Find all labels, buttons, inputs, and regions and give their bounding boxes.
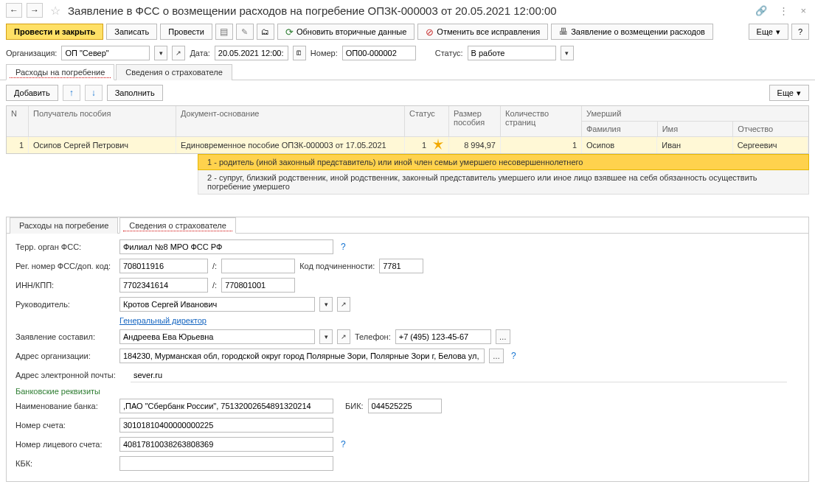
head-position-link[interactable]: Генеральный директор xyxy=(119,316,207,325)
status-value: 1 xyxy=(422,141,426,150)
addr-more-btn[interactable]: … xyxy=(489,349,504,363)
nav-back-button[interactable]: ← xyxy=(6,3,22,18)
num-input[interactable] xyxy=(342,46,416,60)
td-name: Иван xyxy=(657,137,732,153)
td-n: 1 xyxy=(7,137,29,153)
bank-input[interactable] xyxy=(119,399,333,413)
bank-label: Наименование банка: xyxy=(15,402,115,410)
sub-label: Код подчиненности: xyxy=(299,262,375,270)
reg-extra-input[interactable] xyxy=(221,259,295,273)
th-amount: Размер пособия xyxy=(449,106,501,137)
head-open-btn[interactable]: ↗ xyxy=(337,297,350,312)
inn-input[interactable] xyxy=(119,278,208,293)
td-status[interactable]: 1 xyxy=(405,137,449,153)
more-vert-icon[interactable]: ⋮ xyxy=(776,4,791,18)
slash-2: /: xyxy=(212,281,217,290)
attach-icon: ✎ xyxy=(241,27,248,37)
tab-insurer[interactable]: Сведения о страхователе xyxy=(116,64,232,80)
print-claim-label: Заявление о возмещении расходов xyxy=(571,27,705,36)
fill-button[interactable]: Заполнить xyxy=(107,85,163,101)
add-button[interactable]: Добавить xyxy=(6,85,58,101)
move-down-button[interactable]: ↓ xyxy=(85,85,103,101)
star-icon[interactable]: ☆ xyxy=(50,4,60,18)
th-pages: Количество страниц xyxy=(501,106,582,137)
kbk-input[interactable] xyxy=(119,456,333,471)
phone-label: Телефон: xyxy=(355,332,391,341)
help-button[interactable]: ? xyxy=(791,24,809,40)
addr-help-icon[interactable]: ? xyxy=(511,351,516,361)
org-open-btn[interactable]: ↗ xyxy=(172,46,185,60)
reg-input[interactable] xyxy=(119,259,208,273)
kpp-input[interactable] xyxy=(221,278,295,293)
link-icon[interactable]: 🔗 xyxy=(752,4,770,18)
date-label: Дата: xyxy=(190,49,209,57)
pacc-label: Номер лицевого счета: xyxy=(15,440,115,449)
th-patronymic: Отчество xyxy=(733,122,808,137)
dropdown-option-1[interactable]: 1 - родитель (иной законный представител… xyxy=(198,154,809,170)
tab2-expenses[interactable]: Расходы на погребение xyxy=(10,217,118,234)
td-recipient: Осипов Сергей Петрович xyxy=(29,137,176,153)
cancel-fixes-label: Отменить все исправления xyxy=(437,27,540,36)
nav-forward-button[interactable]: → xyxy=(27,3,43,18)
email-input[interactable] xyxy=(131,368,787,382)
date-input[interactable] xyxy=(215,46,288,60)
head-input[interactable] xyxy=(119,297,315,312)
page-title: Заявление в ФСС о возмещении расходов на… xyxy=(68,4,748,17)
head-dropdown-btn[interactable]: ▾ xyxy=(319,297,333,312)
sheet-icon: ▤ xyxy=(220,27,228,37)
post-button[interactable]: Провести xyxy=(160,24,212,40)
table-row[interactable]: 1 Осипов Сергей Петрович Единовременное … xyxy=(7,137,808,153)
folder-button[interactable]: 🗂 xyxy=(257,24,274,40)
more-button[interactable]: Еще ▾ xyxy=(749,24,788,40)
td-surname: Осипов xyxy=(582,137,657,153)
pacc-help-icon[interactable]: ? xyxy=(341,439,346,449)
cancel-icon: ⊘ xyxy=(426,27,434,38)
th-status: Статус xyxy=(405,106,449,137)
addr-input[interactable] xyxy=(119,349,485,363)
expenses-table: N Получатель пособия Документ-основание … xyxy=(6,105,809,154)
attach-button[interactable]: ✎ xyxy=(236,24,254,40)
td-pages: 1 xyxy=(501,137,582,153)
tab2-insurer[interactable]: Сведения о страхователе xyxy=(119,217,236,234)
phone-input[interactable] xyxy=(395,329,491,344)
num-label: Номер: xyxy=(311,49,338,57)
terr-input[interactable] xyxy=(119,239,333,254)
sub-input[interactable] xyxy=(379,259,423,273)
td-basis: Единовременное пособие ОПЗК-000003 от 17… xyxy=(176,137,405,153)
sub-more-label: Еще xyxy=(777,88,794,97)
author-label: Заявление составил: xyxy=(15,332,115,341)
pacc-input[interactable] xyxy=(119,437,333,452)
cursor-star-icon xyxy=(432,139,444,152)
status-input[interactable] xyxy=(468,46,556,60)
org-dropdown-btn[interactable]: ▾ xyxy=(154,46,167,60)
terr-help-icon[interactable]: ? xyxy=(341,242,346,252)
author-input[interactable] xyxy=(119,329,315,344)
doc-icon-button[interactable]: ▤ xyxy=(215,24,233,40)
status-dropdown-btn[interactable]: ▾ xyxy=(561,46,574,60)
more-label: Еще xyxy=(757,27,773,36)
refresh-label: Обновить вторичные данные xyxy=(296,27,406,36)
phone-more-btn[interactable]: … xyxy=(496,329,510,344)
cancel-fixes-button[interactable]: ⊘ Отменить все исправления xyxy=(417,24,548,40)
bik-input[interactable] xyxy=(368,399,442,413)
addr-label: Адрес организации: xyxy=(15,351,115,360)
save-button[interactable]: Записать xyxy=(106,24,157,40)
org-input[interactable] xyxy=(61,46,150,60)
acc-input[interactable] xyxy=(119,418,333,433)
close-icon[interactable]: × xyxy=(797,4,809,18)
printer-icon: 🖶 xyxy=(559,27,568,37)
tab-expenses[interactable]: Расходы на погребение xyxy=(6,64,114,80)
acc-label: Номер счета: xyxy=(15,421,115,430)
inn-label: ИНН/КПП: xyxy=(15,281,115,290)
sub-more-button[interactable]: Еще ▾ xyxy=(769,85,809,101)
td-amount: 8 994,97 xyxy=(449,137,501,153)
post-close-button[interactable]: Провести и закрыть xyxy=(6,24,103,40)
move-up-button[interactable]: ↑ xyxy=(63,85,80,101)
dropdown-option-2[interactable]: 2 - супруг, близкий родственник, иной ро… xyxy=(198,170,809,195)
print-claim-button[interactable]: 🖶 Заявление о возмещении расходов xyxy=(551,24,713,40)
status-label: Статус: xyxy=(435,49,463,57)
date-picker-btn[interactable]: 🗓 xyxy=(293,46,306,60)
author-dropdown-btn[interactable]: ▾ xyxy=(319,329,333,344)
refresh-button[interactable]: ⟳ Обновить вторичные данные xyxy=(277,24,415,40)
author-open-btn[interactable]: ↗ xyxy=(337,329,350,344)
